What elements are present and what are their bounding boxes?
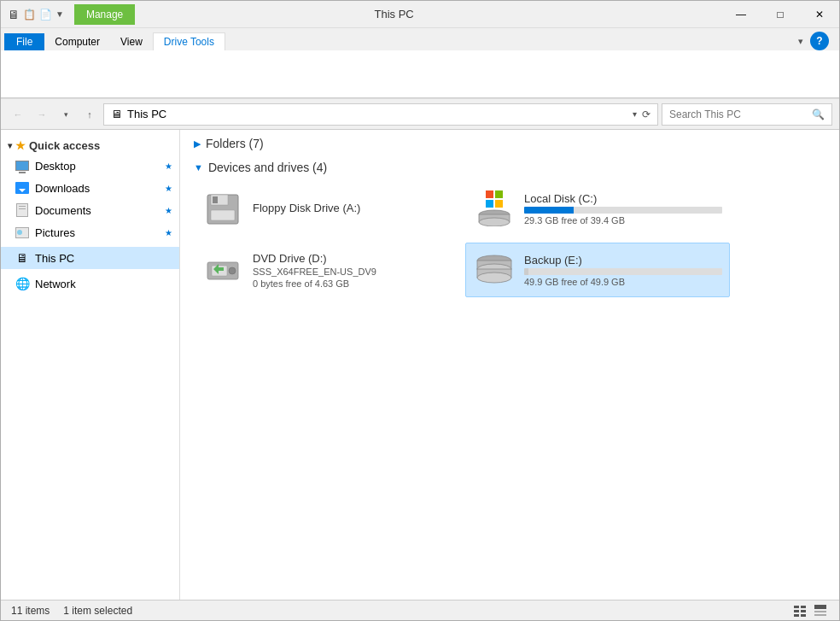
address-dropdown-icon[interactable]: ▾ [633, 109, 637, 119]
quick-access-header[interactable]: ▾ ★ Quick access [1, 137, 179, 155]
pictures-pin-icon: ★ [165, 228, 172, 237]
documents-icon [15, 202, 30, 218]
pictures-icon [15, 225, 30, 240]
svg-rect-19 [794, 614, 799, 617]
this-pc-section: 🖥 This PC [1, 247, 179, 269]
local-disk-bar-container [524, 207, 722, 214]
search-input[interactable] [669, 108, 812, 120]
desktop-pin-icon: ★ [165, 161, 172, 171]
folders-section-label: Folders (7) [206, 137, 264, 150]
this-pc-icon: 🖥 [15, 250, 30, 266]
clipboard-icon: 📋 [23, 9, 36, 21]
floppy-info: Floppy Disk Drive (A:) [253, 202, 451, 216]
tab-view[interactable]: View [110, 33, 153, 50]
address-text: This PC [127, 108, 629, 120]
maximize-button[interactable]: □ [761, 1, 800, 28]
drive-item-e[interactable]: Backup (E:) 49.9 GB free of 49.9 GB [465, 243, 730, 297]
items-count: 11 items [11, 605, 50, 617]
sidebar-item-this-pc[interactable]: 🖥 This PC [1, 247, 179, 269]
back-button[interactable]: ← [8, 104, 28, 125]
search-icon: 🔍 [812, 108, 825, 120]
refresh-button[interactable]: ⟳ [642, 108, 650, 120]
tab-computer[interactable]: Computer [44, 33, 110, 50]
backup-info: Backup (E:) 49.9 GB free of 49.9 GB [524, 254, 722, 287]
local-disk-space: 29.3 GB free of 39.4 GB [524, 215, 722, 226]
star-icon: ★ [15, 139, 26, 152]
svg-rect-22 [814, 611, 826, 612]
svg-point-9 [229, 267, 236, 274]
backup-bar [524, 268, 528, 275]
search-box[interactable]: 🔍 [662, 103, 832, 126]
dvd-info: DVD Drive (D:) SSS_X64FREE_EN-US_DV9 0 b… [253, 252, 451, 289]
devices-header[interactable]: ▼ Devices and drives (4) [194, 161, 825, 174]
sidebar-item-pictures[interactable]: Pictures ★ [1, 221, 179, 243]
close-button[interactable]: ✕ [800, 1, 839, 28]
help-button[interactable]: ? [810, 32, 829, 50]
local-disk-name: Local Disk (C:) [524, 192, 722, 205]
drive-grid: Floppy Disk Drive (A:) [194, 181, 825, 297]
app-title: This PC [67, 8, 721, 21]
downloads-label: Downloads [35, 182, 160, 195]
minimize-button[interactable]: — [721, 1, 761, 28]
svg-rect-21 [814, 605, 826, 609]
titlebar: 🖥 📋 📄 ▼ Manage This PC — □ ✕ [1, 1, 839, 28]
up-button[interactable]: ↑ [79, 104, 100, 125]
drive-item-a[interactable]: Floppy Disk Drive (A:) [194, 181, 458, 236]
quick-access-arrow: ▾ [8, 141, 12, 150]
local-disk-bar [524, 207, 574, 214]
selected-info: 1 item selected [63, 605, 132, 617]
drive-item-d[interactable]: DVD Drive (D:) SSS_X64FREE_EN-US_DV9 0 b… [194, 243, 458, 297]
tab-file[interactable]: File [4, 33, 44, 50]
dvd-drive-icon [201, 249, 244, 291]
desktop-label: Desktop [35, 160, 160, 173]
ribbon-content [1, 50, 839, 98]
local-disk-icon [473, 187, 516, 230]
tab-drive-tools[interactable]: Drive Tools [153, 32, 225, 50]
folders-header[interactable]: ▶ Folders (7) [194, 137, 825, 150]
details-view-button[interactable] [791, 602, 808, 619]
quick-access-label: Quick access [29, 139, 100, 152]
network-icon: 🌐 [15, 276, 30, 291]
drives-section: ▼ Devices and drives (4) [194, 161, 825, 297]
main-area: ▾ ★ Quick access Desktop ★ [1, 130, 839, 600]
dvd-space: 0 bytes free of 4.63 GB [253, 278, 451, 289]
backup-bar-container [524, 268, 722, 275]
svg-rect-2 [213, 196, 218, 203]
sidebar: ▾ ★ Quick access Desktop ★ [1, 130, 180, 600]
drive-item-c[interactable]: Local Disk (C:) 29.3 GB free of 39.4 GB [465, 181, 730, 236]
addressbar: ← → ▾ ↑ 🖥 This PC ▾ ⟳ 🔍 [1, 99, 839, 130]
downloads-icon [15, 180, 30, 196]
sidebar-item-downloads[interactable]: Downloads ★ [1, 177, 179, 199]
backup-name: Backup (E:) [524, 254, 722, 267]
pc-icon: 🖥 [111, 108, 122, 120]
svg-rect-20 [801, 614, 806, 617]
dvd-subtitle: SSS_X64FREE_EN-US_DV9 [253, 267, 451, 277]
forward-button[interactable]: → [32, 104, 52, 125]
large-icons-view-button[interactable] [812, 602, 829, 619]
monitor-icon: 🖥 [8, 8, 20, 21]
file-explorer-window: 🖥 📋 📄 ▼ Manage This PC — □ ✕ File Comput… [0, 0, 840, 621]
window-controls: — □ ✕ [721, 1, 839, 28]
local-disk-info: Local Disk (C:) 29.3 GB free of 39.4 GB [524, 192, 722, 226]
titlebar-left: 🖥 📋 📄 ▼ [1, 8, 71, 21]
documents-pin-icon: ★ [165, 206, 172, 215]
statusbar: 11 items 1 item selected [1, 600, 839, 620]
sidebar-item-documents[interactable]: Documents ★ [1, 199, 179, 221]
ribbon-collapse-icon[interactable]: ▾ [798, 36, 803, 47]
backup-drive-icon [473, 249, 516, 291]
recent-locations-button[interactable]: ▾ [55, 104, 76, 125]
dvd-name: DVD Drive (D:) [253, 252, 451, 265]
sidebar-item-desktop[interactable]: Desktop ★ [1, 155, 179, 177]
folders-section: ▶ Folders (7) [194, 137, 825, 150]
address-box[interactable]: 🖥 This PC ▾ ⟳ [103, 103, 658, 126]
svg-rect-16 [801, 606, 806, 608]
quick-access-dropdown[interactable]: ▼ [55, 9, 64, 19]
floppy-disk-icon [201, 187, 244, 230]
quick-access-section: ▾ ★ Quick access Desktop ★ [1, 137, 179, 243]
sidebar-item-network[interactable]: 🌐 Network [1, 272, 179, 295]
documents-label: Documents [35, 204, 160, 217]
floppy-name: Floppy Disk Drive (A:) [253, 202, 451, 214]
downloads-pin-icon: ★ [165, 184, 172, 193]
network-label: Network [35, 278, 172, 290]
folders-arrow-icon: ▶ [194, 138, 201, 149]
